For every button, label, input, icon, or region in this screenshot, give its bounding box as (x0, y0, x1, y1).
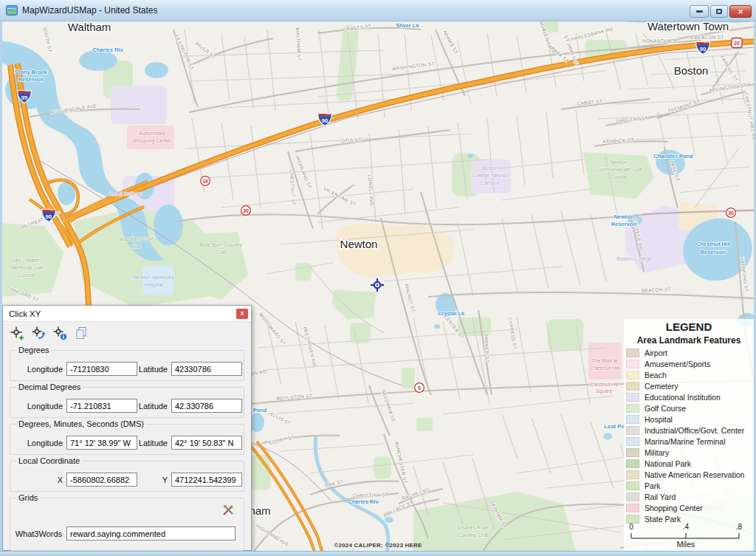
legend-item: Marina/Marine Terminal (624, 436, 754, 447)
legend-panel: LEGEND Area Landmark Features Airport Am… (624, 319, 754, 551)
route-number: 30 (728, 210, 734, 216)
scale-unit-label: Miles (677, 540, 695, 549)
route-number: 9 (418, 385, 421, 391)
map-label: Reservoir (701, 249, 726, 255)
map-label: Club (131, 244, 142, 249)
decimal-longitude-field[interactable] (66, 399, 137, 413)
clickxy-toolbar (3, 322, 251, 344)
close-button[interactable]: ✕ (729, 5, 752, 18)
map-label: Silver Lk (396, 22, 419, 29)
degrees-latitude-field[interactable] (171, 362, 242, 376)
map-label: Charles River (458, 525, 489, 530)
legend-swatch (626, 426, 639, 435)
map-label: Newton (340, 238, 378, 250)
longitude-label: Longitude (22, 365, 66, 374)
legend-item-label: Native American Reservation (645, 470, 744, 479)
map-label: ham (249, 504, 270, 517)
map-label: Crystal Lk (438, 310, 465, 317)
identify-crosshair-icon[interactable] (52, 325, 68, 341)
decimal-latitude-field[interactable] (171, 399, 242, 413)
goto-crosshair-icon[interactable] (30, 325, 47, 341)
degrees-longitude-field[interactable] (66, 362, 137, 376)
legend-item: Military (624, 447, 754, 458)
add-point-crosshair-icon[interactable] (9, 325, 25, 341)
shield-number: 90 (700, 46, 706, 52)
legend-item: Industrial/Office/Govt. Center (624, 425, 754, 436)
map-label: Boston (482, 165, 498, 171)
legend-scale-bar: 0 .4 .8 Miles (627, 523, 746, 551)
maximize-button[interactable] (710, 5, 728, 18)
grids-group: Grids What3Words (10, 498, 244, 551)
legend-item-label: State Park (645, 515, 681, 524)
dms-group-label: Degrees, Minutes, Seconds (DMS) (16, 419, 146, 428)
legend-item-label: Rail Yard (645, 492, 676, 501)
legend-subtitle: Area Landmark Features (624, 335, 754, 346)
minimize-button[interactable] (690, 5, 709, 18)
legend-item: Rail Yard (624, 491, 754, 502)
legend-item: Park (624, 480, 754, 491)
grids-group-label: Grids (16, 493, 40, 502)
degrees-group: Degrees Longitude Latitude (10, 350, 244, 381)
local-coordinate-group-label: Local Coordinate (16, 456, 82, 465)
legend-swatch (626, 437, 639, 446)
legend-item-label: Educational Institution (645, 393, 721, 402)
legend-title: LEGEND (624, 320, 754, 333)
legend-items: Airport Amusement/Sports Beach Cemetery … (624, 347, 754, 524)
map-label: Leo J Martin (13, 258, 41, 263)
area-hospital (142, 266, 173, 295)
map-label: Memorial Golf (10, 265, 43, 270)
map-label: Boston (674, 64, 709, 77)
legend-swatch (626, 504, 639, 512)
legend-swatch (626, 459, 639, 468)
copy-icon[interactable] (73, 325, 89, 341)
legend-item-label: Park (645, 481, 661, 490)
local-x-field[interactable] (66, 473, 137, 487)
legend-item-label: Hospital (645, 415, 673, 424)
map-label: Boston College (616, 256, 652, 262)
map-label: Newton (614, 213, 634, 220)
map-label: Country Club (458, 532, 489, 538)
clickxy-close-button[interactable]: x (236, 309, 248, 319)
map-label: Reservoir (611, 221, 637, 227)
legend-swatch (626, 492, 639, 501)
map-label: Reservoir (18, 76, 44, 83)
decimal-degrees-group-label: Decimal Degrees (16, 382, 83, 391)
y-label: Y (137, 476, 171, 484)
legend-item: Hospital (624, 413, 754, 425)
grid-tools-icon[interactable] (221, 504, 235, 516)
legend-swatch (626, 515, 639, 524)
map-label: Club (216, 250, 227, 255)
titlebar[interactable]: MapWizardUSMap - United States ✕ (0, 0, 756, 21)
map-label: Course (18, 272, 35, 278)
map-label: Newton Wellesley (133, 275, 174, 281)
shield-number: 90 (46, 213, 52, 220)
legend-item: Amusement/Sports (624, 358, 754, 369)
what3words-field[interactable] (66, 526, 236, 540)
map-label: Chandler Pond (653, 153, 693, 159)
legend-item: Cemetery (624, 380, 754, 391)
map-label: Chestnut Hill (696, 241, 730, 247)
legend-item-label: Military (645, 448, 669, 457)
window-border-bottom (0, 551, 756, 556)
dms-latitude-field[interactable] (171, 436, 242, 450)
legend-item-label: Marina/Marine Terminal (645, 437, 726, 446)
map-label: Commonwealth Golf (595, 167, 642, 172)
map-label: Lasell College (109, 191, 142, 197)
legend-swatch (626, 393, 639, 402)
longitude-label: Longitude (22, 402, 66, 411)
clickxy-dialog: Click XY x Degrees Longitude Latitude (2, 305, 252, 551)
map-label: Course (611, 174, 628, 179)
dms-longitude-field[interactable] (66, 436, 137, 450)
legend-item: Golf Course (624, 402, 754, 413)
scale-tick-end: .8 (736, 523, 743, 531)
map-label: NONANTUM RD (642, 38, 681, 44)
app-window: WalthamWatertown TownBostonNewtonhamBroo… (0, 0, 756, 556)
clickxy-header[interactable]: Click XY x (3, 306, 251, 322)
legend-item: National Park (624, 458, 754, 469)
x-label: X (22, 476, 66, 484)
legend-item-label: National Park (645, 459, 691, 468)
window-border-left (0, 21, 2, 556)
local-y-field[interactable] (171, 473, 242, 487)
legend-swatch (626, 382, 639, 391)
window-title: MapWizardUSMap - United States (22, 5, 157, 16)
